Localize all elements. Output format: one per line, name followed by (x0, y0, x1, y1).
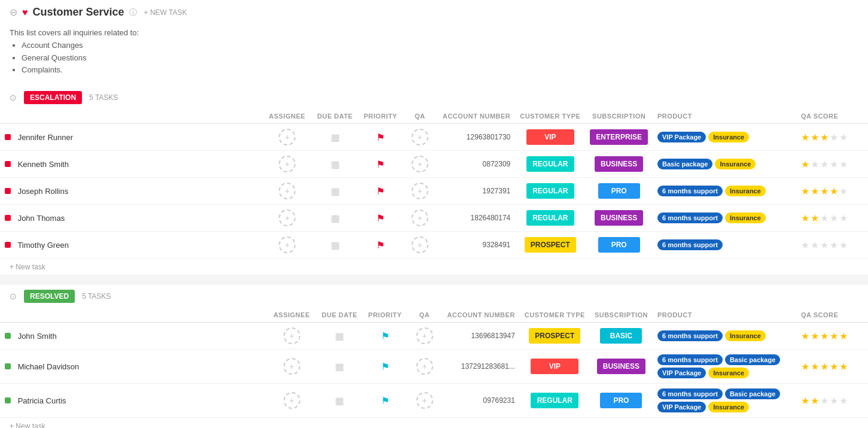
calendar-icon[interactable]: ▦ (335, 331, 344, 341)
star-4: ★ (830, 395, 838, 406)
qa-score-cell: ★★★★★ (796, 205, 868, 232)
table-row: Patricia Curtis + ▦ ⚑ + 09769231 REGULAR… (0, 384, 868, 418)
back-button[interactable]: ⊖ (10, 7, 17, 18)
subscription-cell: PRO (590, 384, 653, 418)
section-escalation: ⊙ ESCALATION 5 TASKS ASSIGNEE DUE DATE P… (0, 86, 868, 275)
star-4: ★ (830, 213, 838, 224)
flag-icon[interactable]: ⚑ (376, 240, 385, 250)
table-row: John Smith + ▦ ⚑ + 13696813947 PROSPECT … (0, 323, 868, 350)
star-5: ★ (839, 395, 848, 406)
flag-icon[interactable]: ⚑ (376, 213, 385, 223)
due-date-cell: ▦ (311, 124, 359, 151)
star-3: ★ (820, 395, 829, 406)
task-name-cell: John Smith (0, 323, 268, 350)
task-name-cell: Timothy Green (0, 232, 263, 259)
flag-icon[interactable]: ⚑ (376, 132, 385, 142)
assignee-avatar[interactable]: + (284, 392, 300, 409)
star-3: ★ (820, 239, 829, 251)
star-4: ★ (830, 361, 838, 372)
star-3: ★ (820, 330, 829, 342)
star-5: ★ (839, 361, 848, 372)
col-header-duedate: DUE DATE (311, 109, 359, 124)
section-badge-resolved[interactable]: RESOLVED (24, 290, 75, 303)
customer-type-badge: REGULAR (526, 183, 574, 199)
qa-score-cell: ★★★★★ (796, 232, 868, 259)
assignee-avatar[interactable]: + (279, 129, 296, 145)
due-date-cell: ▦ (316, 350, 364, 384)
qa-avatar[interactable]: + (412, 156, 428, 172)
col-header-task (0, 109, 263, 124)
calendar-icon[interactable]: ▦ (335, 396, 344, 406)
qa-avatar[interactable]: + (416, 392, 433, 409)
product-tag: Insurance (708, 402, 749, 412)
calendar-icon[interactable]: ▦ (331, 213, 340, 223)
section-toggle-resolved[interactable]: ⊙ (10, 292, 17, 301)
qa-cell: + (402, 232, 438, 259)
flag-icon[interactable]: ⚑ (381, 362, 389, 372)
assignee-cell: + (263, 205, 311, 232)
task-indicator (5, 161, 11, 167)
product-tag: 6 months support (657, 186, 723, 196)
qa-avatar[interactable]: + (412, 129, 428, 145)
task-name-cell: Joseph Rollins (0, 178, 263, 205)
qa-avatar[interactable]: + (416, 358, 433, 375)
section-divider (0, 275, 868, 285)
qa-avatar[interactable]: + (412, 210, 428, 226)
star-5: ★ (839, 213, 848, 224)
info-icon[interactable]: ⓘ (129, 7, 137, 18)
assignee-avatar[interactable]: + (279, 236, 296, 253)
col-header-qa: QA (402, 109, 438, 124)
page: ⊖ ♥ Customer Service ⓘ + NEW TASK This l… (0, 0, 868, 428)
due-date-cell: ▦ (316, 323, 364, 350)
section-header-resolved: ⊙ RESOLVED 5 TASKS (0, 285, 868, 308)
subscription-cell: PRO (585, 232, 653, 259)
col-header-qa: QA (407, 308, 443, 323)
flag-icon[interactable]: ⚑ (381, 396, 389, 406)
new-task-button[interactable]: + NEW TASK (144, 8, 187, 17)
qa-avatar[interactable]: + (416, 327, 433, 344)
product-cell: VIP PackageInsurance (653, 124, 796, 151)
qa-cell: + (402, 151, 438, 178)
product-tag: Basic package (725, 354, 780, 365)
calendar-icon[interactable]: ▦ (331, 159, 340, 169)
product-tag: Insurance (708, 132, 749, 142)
product-tags: 6 months supportBasic packageVIP Package… (657, 388, 791, 412)
flag-icon[interactable]: ⚑ (376, 186, 385, 196)
subscription-cell: BUSINESS (585, 151, 653, 178)
flag-icon[interactable]: ⚑ (381, 331, 389, 341)
priority-cell: ⚑ (364, 323, 407, 350)
qa-score-cell: ★★★★★ (796, 124, 868, 151)
assignee-avatar[interactable]: + (279, 183, 296, 199)
customer-type-badge: REGULAR (526, 210, 574, 226)
task-indicator (5, 188, 11, 194)
new-task-button-escalation[interactable]: + New task (10, 263, 45, 271)
new-task-button-resolved[interactable]: + New task (10, 422, 45, 428)
new-task-cell: + New task (0, 418, 868, 428)
star-1: ★ (801, 132, 809, 143)
section-badge-escalation[interactable]: ESCALATION (24, 91, 82, 104)
section-toggle-escalation[interactable]: ⊙ (10, 93, 17, 102)
task-name: Jennifer Runner (18, 133, 74, 142)
qa-stars: ★★★★★ (801, 395, 863, 406)
product-cell: 6 months supportInsurance (653, 178, 796, 205)
assignee-avatar[interactable]: + (284, 327, 300, 344)
account-number-cell: 9328491 (438, 232, 515, 259)
calendar-icon[interactable]: ▦ (335, 362, 344, 372)
col-header-task (0, 308, 268, 323)
subscription-cell: ENTERPRISE (585, 124, 653, 151)
flag-icon[interactable]: ⚑ (376, 159, 385, 169)
calendar-icon[interactable]: ▦ (331, 186, 340, 196)
product-tag: Insurance (725, 330, 766, 341)
qa-avatar[interactable]: + (412, 183, 428, 199)
assignee-avatar[interactable]: + (284, 358, 300, 375)
product-tags: VIP PackageInsurance (657, 132, 791, 142)
due-date-cell: ▦ (311, 205, 359, 232)
star-1: ★ (801, 186, 809, 197)
assignee-avatar[interactable]: + (279, 210, 296, 226)
customer-type-badge: REGULAR (526, 156, 574, 172)
assignee-avatar[interactable]: + (279, 156, 296, 172)
qa-avatar[interactable]: + (412, 236, 428, 253)
calendar-icon[interactable]: ▦ (331, 132, 340, 142)
task-indicator (5, 215, 11, 221)
calendar-icon[interactable]: ▦ (331, 240, 340, 250)
